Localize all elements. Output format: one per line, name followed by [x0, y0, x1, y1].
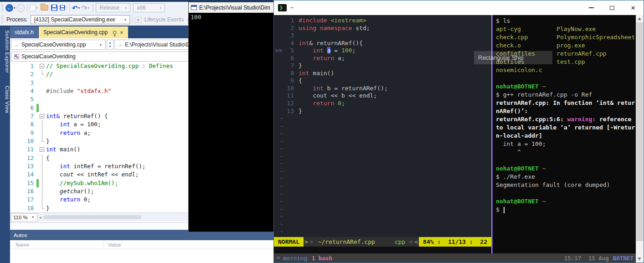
solution-configuration-dropdown[interactable]: Release ▾ [96, 3, 130, 12]
line-number: 9 [283, 77, 294, 85]
new-file-dropdown[interactable]: ▾ [36, 6, 38, 10]
autos-column-headers: Name Value [10, 240, 274, 249]
vim-sign-marker: >> [274, 47, 283, 55]
scrollbar-thumb[interactable] [636, 22, 643, 241]
scroll-left-icon[interactable]: ◂ [39, 215, 41, 220]
terminal-titlebar[interactable]: ❯ ~ ✕ [274, 0, 644, 15]
code-segment: nohat@BOTNET [496, 165, 542, 172]
terminal-line: nosemicolon.c [496, 66, 636, 74]
code-segment: //mySub.whoIAm(); [60, 180, 118, 186]
scrollbar-thumb[interactable] [43, 215, 141, 219]
line-number: 13 [283, 108, 294, 115]
process-dropdown[interactable]: [4132] SpecialCaseOveriding.exe ▾ [31, 15, 130, 24]
line-number: 4 [283, 40, 294, 47]
pin-icon[interactable] [113, 31, 116, 34]
vim-commandline [274, 247, 491, 253]
line-number: 5 [10, 95, 36, 103]
line-number: 10 [10, 137, 36, 145]
maximize-button[interactable] [602, 0, 623, 15]
fold-margin[interactable]: − [39, 112, 46, 120]
fold-collapse-icon[interactable]: − [40, 114, 44, 119]
fold-line [42, 179, 42, 187]
file-navigation-dropdown[interactable]: → SpecialCaseOveriding.cpp ▾ [11, 40, 106, 50]
fold-margin [39, 154, 46, 162]
chevron-down-icon: ▾ [100, 43, 102, 47]
line-number: 15 [10, 179, 36, 187]
column-header-value[interactable]: Value [108, 242, 121, 248]
solution-platform-dropdown[interactable]: x86 ▾ [133, 3, 165, 12]
fold-margin [39, 137, 46, 145]
fold-collapse-icon[interactable]: − [40, 64, 44, 68]
code-segment: $ ./Ref.exe [496, 173, 535, 180]
code-segment: nARef()’: [496, 108, 528, 114]
console-titlebar[interactable]: E:\Projects\Visual Studio\Dim [189, 2, 274, 13]
terminal-scrollbar[interactable] [636, 15, 644, 263]
lifecycle-events-dropdown[interactable]: Lifecycle Events [144, 16, 184, 23]
close-button[interactable]: ✕ [623, 0, 644, 15]
code-segment [299, 85, 313, 92]
vim-tilde-line: ~ [274, 191, 491, 198]
fold-margin[interactable]: − [39, 145, 46, 154]
column-header-name[interactable]: Name [15, 242, 30, 248]
lifecycle-event-icon[interactable]: ◆ [135, 17, 142, 23]
tmux-window-item[interactable]: 1 bash [312, 255, 332, 262]
code-segment [46, 163, 60, 170]
toolbar-separator [93, 4, 93, 12]
undo-dropdown[interactable]: ▾ [78, 6, 80, 10]
console-title: E:\Projects\Visual Studio\Dim [199, 5, 270, 11]
toolbar-grip [1, 15, 3, 24]
terminal-cursor [504, 207, 505, 213]
line-number: 5 [283, 47, 294, 55]
save-icon[interactable] [51, 5, 57, 11]
open-file-icon[interactable] [41, 5, 48, 10]
tab-specialcaseoveriding-cpp[interactable]: SpecialCaseOveriding.cpp ✕ [39, 26, 128, 38]
tab-stdafx-h[interactable]: stdafx.h [10, 26, 38, 38]
code-segment: ; [341, 100, 345, 107]
code-segment: ~ [542, 165, 546, 172]
undo-icon[interactable]: ↶ [72, 5, 78, 11]
line-number: 18 [10, 204, 36, 212]
navigate-back-button[interactable]: ← [5, 4, 13, 12]
fold-margin [39, 196, 46, 204]
code-segment [299, 100, 313, 107]
code-text: using namespace std; [299, 25, 370, 32]
redo-icon[interactable]: ↷ [82, 5, 88, 11]
snipping-tool-tooltip: Rectangular Snip [474, 51, 552, 64]
tmux-statusbar: ⌨ morning 1 bash 15:17 15 Aug BOTNET [274, 253, 636, 263]
navigate-back-dropdown[interactable]: ▾ [14, 6, 15, 10]
minimize-button[interactable] [581, 0, 602, 15]
column-divider[interactable] [103, 241, 104, 248]
scroll-up-icon[interactable] [638, 17, 641, 20]
navigate-forward-button[interactable]: → [17, 4, 25, 12]
code-segment: nosemicolon.c [496, 67, 542, 73]
code-text: } [46, 137, 50, 145]
vim-pane[interactable]: 1#include <iostream> 2using namespace st… [274, 15, 491, 237]
sidebar-tab-solution-explorer[interactable]: Solution Explorer [0, 28, 10, 75]
sidebar-tab-class-view[interactable]: Class View [0, 84, 10, 115]
close-icon[interactable]: ✕ [119, 30, 123, 35]
save-all-icon[interactable] [60, 5, 65, 10]
fold-margin [39, 79, 46, 87]
line-number: 1 [10, 62, 36, 70]
redo-dropdown[interactable]: ▾ [88, 6, 89, 10]
code-text: int main() [46, 145, 80, 154]
new-file-icon[interactable] [30, 5, 36, 11]
fold-margin[interactable]: − [39, 62, 46, 70]
terminal-line [496, 189, 636, 197]
fold-collapse-icon[interactable]: − [40, 147, 44, 152]
line-number: 13 [10, 162, 36, 170]
code-segment [334, 100, 338, 107]
terminal-line: $ ls [496, 17, 636, 25]
code-segment [46, 121, 60, 128]
line-number: 2 [10, 70, 36, 78]
navigation-stepper[interactable]: ▲ ▼ [107, 40, 113, 50]
scroll-down-icon[interactable] [638, 258, 641, 260]
code-segment: check.o prog.exe [496, 42, 585, 49]
fold-line-end [42, 137, 44, 142]
code-segment: int a = 100; [496, 140, 546, 147]
code-segment: } [299, 62, 302, 69]
editor-zoom-dropdown[interactable]: 110 % ▾ [11, 213, 37, 222]
vim-tilde-line: ~ [274, 115, 491, 123]
line-number: 12 [283, 100, 294, 108]
arrow-right-icon: → [117, 41, 123, 48]
